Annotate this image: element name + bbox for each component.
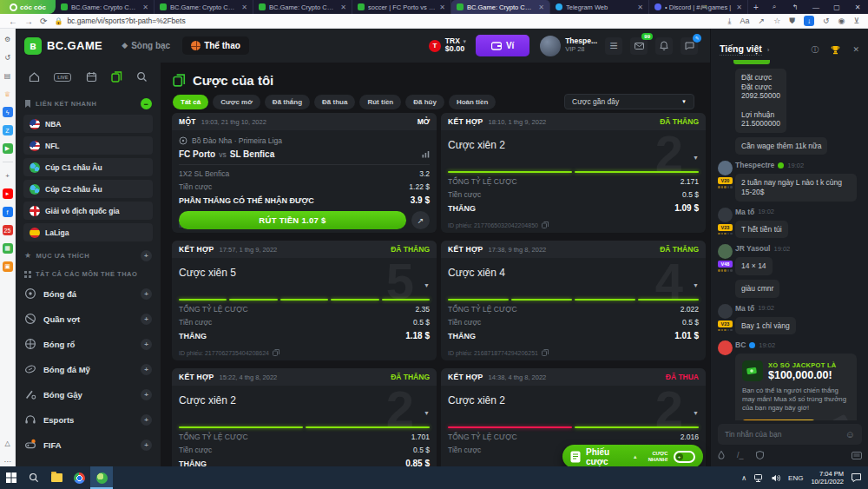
messenger-icon[interactable]: ϟ (3, 107, 13, 117)
coccoc-taskbar-button[interactable] (90, 466, 113, 489)
add-favorite-button[interactable]: + (141, 250, 152, 261)
tab-close-icon[interactable]: ✕ (439, 3, 445, 11)
coccoc-menu-button[interactable]: cốc cốc (0, 0, 56, 14)
tab-close-icon[interactable]: ✕ (340, 3, 346, 11)
sidebar-sport-esports[interactable]: Esports+ (24, 409, 152, 430)
copy-icon[interactable] (542, 221, 549, 228)
action-center-icon[interactable] (852, 473, 861, 482)
chat-toggle-button[interactable]: ✎ (681, 37, 698, 55)
expand-basketball-button[interactable]: + (141, 339, 152, 350)
back-button[interactable]: ← (9, 17, 17, 26)
browser-tab[interactable]: soccer | FC Porto vs SL B✕ (352, 0, 451, 14)
browser-tab[interactable]: BC.Game: Crypto Casino✕ (451, 0, 550, 14)
quick-bet-toggle[interactable]: + (674, 451, 695, 463)
window-close-button[interactable]: ✕ (847, 3, 868, 11)
tab-restore-icon[interactable]: ↰ (785, 3, 806, 11)
rain-drop-icon[interactable] (718, 451, 725, 459)
bcgame-logo-icon[interactable]: ʙ (24, 37, 42, 55)
nav-casino[interactable]: ◆ Sòng bạc (122, 41, 170, 50)
gif-keyboard-icon[interactable] (852, 452, 862, 459)
expand-caret-icon[interactable]: ▼ (693, 282, 699, 288)
start-button[interactable] (0, 466, 23, 489)
expand-football-button[interactable]: + (141, 364, 152, 375)
emoji-icon[interactable]: ☺ (845, 430, 855, 439)
browser-tab[interactable]: BC.Game: Crypto Casino✕ (253, 0, 352, 14)
sidebar-sport-cricket[interactable]: Bóng Gậy+ (24, 384, 152, 405)
sidebar-sport-soccer[interactable]: Bóng đá+ (24, 283, 152, 304)
bcgame-logo-text[interactable]: BC.GAME (47, 39, 102, 52)
network-icon[interactable] (754, 474, 764, 482)
chrome-button[interactable] (68, 466, 90, 489)
adblock-shield-icon[interactable]: ⛊ (789, 17, 795, 26)
forward-button[interactable]: → (24, 17, 33, 26)
window-minimize-button[interactable]: — (806, 3, 826, 11)
expand-caret-icon[interactable]: ▼ (693, 155, 699, 161)
sidebar-sport-football[interactable]: Bóng đá Mỹ+ (24, 359, 152, 380)
sidebar-sport-fifa[interactable]: FIFA+ (24, 434, 152, 455)
add-icon[interactable]: + (3, 170, 13, 181)
home-icon[interactable] (29, 71, 40, 83)
facebook-icon[interactable]: f (3, 207, 13, 217)
expand-caret-icon[interactable]: ▼ (424, 410, 430, 416)
sidebar-sport-tennis[interactable]: Quần vợt+ (24, 308, 152, 329)
history-sync-icon[interactable]: ↺ (823, 17, 830, 25)
youtube-icon[interactable]: ▸ (3, 188, 13, 199)
window-maximize-button[interactable]: ▢ (826, 3, 847, 11)
filter--thua[interactable]: Đã thua (314, 95, 355, 109)
expand-soccer-button[interactable]: + (141, 288, 152, 300)
my-bets-icon[interactable] (111, 71, 122, 83)
tray-chevron-icon[interactable]: ∧ (741, 474, 746, 482)
filter-t-t-c-[interactable]: Tất cả (173, 95, 208, 109)
filter-r-t-ti-n[interactable]: Rút tiền (359, 95, 401, 109)
filter-ho-n-ti-n[interactable]: Hoàn tiền (449, 95, 496, 109)
tab-close-icon[interactable]: ✕ (241, 3, 247, 11)
sidebar-item-c-p-c1-ch-u-u[interactable]: Cúp C1 châu Âu (23, 158, 153, 176)
url-field[interactable]: 🔒 bc.game/vi/sports?bt-path=%2Fbets (54, 17, 720, 25)
downloads-tray-icon[interactable]: ⊻ (853, 17, 859, 25)
bet-card[interactable]: KẾT HỢP17:38, 9 thg 8, 2022ĐÃ THẮNGID ph… (441, 241, 706, 360)
browser-tab[interactable]: Telegram Web✕ (550, 0, 649, 14)
sidebar-item-gi-i-v-ch-qu-c-gia[interactable]: Giải vô địch quốc gia (23, 202, 153, 220)
expand-caret-icon[interactable]: ▼ (424, 282, 430, 288)
bet-card[interactable]: KẾT HỢP15:22, 4 thg 8, 2022ĐÃ THẮNGCược … (172, 368, 437, 466)
sort-dropdown[interactable]: Cược gần đây ▼ (564, 94, 694, 109)
zalo-icon[interactable]: Z (3, 125, 13, 135)
expand-cricket-button[interactable]: + (141, 389, 152, 400)
expand-tennis-button[interactable]: + (141, 314, 152, 325)
bet-card[interactable]: KẾT HỢP18:10, 1 thg 9, 2022ĐÃ THẮNGID ph… (441, 113, 706, 233)
bet-list-button[interactable]: ≡ (605, 37, 622, 55)
profile-icon[interactable]: ◉ (838, 17, 845, 25)
wallet-button[interactable]: Ví (476, 35, 529, 56)
inbox-button[interactable]: 99 (630, 37, 648, 55)
tab-search-icon[interactable]: ⌕ (764, 3, 785, 11)
notifications-button[interactable] (655, 37, 673, 55)
bell-dot-icon[interactable]: △ (3, 438, 13, 448)
filter-c-c-m-[interactable]: Cược mở (213, 95, 260, 109)
expand-fifa-button[interactable]: + (141, 439, 152, 451)
chat-language-selector[interactable]: Tiếng việt (720, 43, 762, 56)
command-slash-icon[interactable]: /_ (737, 452, 744, 459)
search-icon[interactable] (136, 71, 148, 83)
new-tab-button[interactable]: + (748, 0, 764, 14)
sidebar-item-nfl[interactable]: NFL (23, 136, 153, 155)
moderation-icon[interactable] (756, 451, 764, 459)
taskbar-search-button[interactable] (23, 466, 45, 489)
bet-slip-button[interactable]: Phiếu cược ▲ CƯỢCNHANH! + (562, 445, 703, 466)
expand-caret-icon[interactable]: ▼ (693, 410, 699, 416)
expand-esports-button[interactable]: + (141, 414, 152, 426)
tab-close-icon[interactable]: ✕ (736, 3, 742, 11)
filter--h-y[interactable]: Đã hủy (405, 95, 444, 109)
settings-gear-icon[interactable]: ⚙ (3, 34, 13, 44)
file-explorer-button[interactable] (45, 466, 68, 489)
collapse-quick-links-button[interactable]: − (141, 98, 152, 109)
chat-close-icon[interactable]: ✕ (852, 45, 859, 54)
reload-button[interactable]: ⟳ (40, 17, 47, 26)
user-info[interactable]: Thespe... VIP 28 (565, 37, 597, 53)
sidebar-item-laliga[interactable]: LaLiga (23, 223, 153, 241)
tab-close-icon[interactable]: ✕ (637, 3, 643, 11)
sidebar-item-c-p-c2-ch-u-u[interactable]: Cúp C2 châu Âu (23, 180, 153, 198)
bookmark-star-icon[interactable]: ☆ (773, 17, 780, 25)
trophy-icon[interactable] (831, 45, 840, 55)
translate-icon[interactable]: Aa (740, 17, 750, 25)
chat-input[interactable]: Tin nhắn của bạn ☺ (718, 424, 862, 445)
